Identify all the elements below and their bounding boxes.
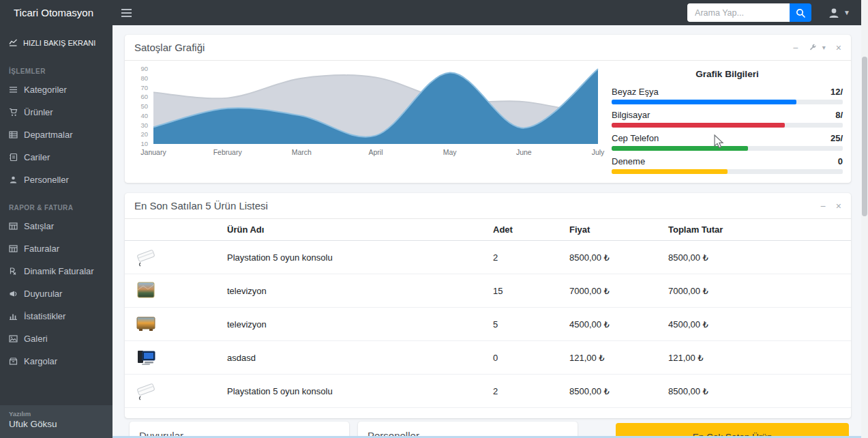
wrench-menu[interactable]: ▾ <box>809 44 826 52</box>
sidebar-item-departmalar[interactable]: Departmalar <box>0 123 113 146</box>
product-total: 8500,00 ₺ <box>663 241 851 274</box>
sales-chart-card: Satoşlar Grafiği − ▾ × 10203040506070809… <box>125 35 851 183</box>
graph-info-value: 12/ <box>830 87 843 97</box>
product-image-playstation-5 <box>135 246 157 268</box>
sidebar-item-quick-view[interactable]: HIZLI BAKIŞ EKRANI <box>0 31 113 55</box>
progress-track <box>612 123 843 128</box>
sidebar-item-kategoriler[interactable]: Kategoriler <box>0 78 113 101</box>
product-total: 7000,00 ₺ <box>663 274 851 308</box>
sidebar-item-satislar[interactable]: Satışlar <box>0 215 113 237</box>
sidebar-item-personeller[interactable]: Personeller <box>0 169 113 191</box>
sidebar-item-galeri[interactable]: Galeri <box>0 327 113 350</box>
svg-text:20: 20 <box>140 130 148 138</box>
image-icon <box>9 334 18 343</box>
col-image <box>125 219 222 241</box>
svg-text:40: 40 <box>140 112 148 119</box>
sidebar-item-label: Cariler <box>24 152 50 162</box>
sidebar-item-faturalar[interactable]: Faturalar <box>0 237 113 260</box>
graph-info-value: 0 <box>838 156 843 166</box>
chart-line-icon <box>9 38 18 47</box>
graph-info-item: Bilgisayar 8/ <box>612 110 843 128</box>
user-icon <box>828 7 840 19</box>
graph-info-value: 25/ <box>830 133 843 143</box>
sidebar-item-duyurular[interactable]: Duyurular <box>0 282 113 305</box>
search-icon <box>796 8 805 18</box>
sidebar-item-label: Kategoriler <box>24 85 67 95</box>
table-icon <box>9 222 18 231</box>
th-list-icon <box>9 130 18 139</box>
col-total: Toplam Tutar <box>663 219 851 241</box>
search-input[interactable] <box>687 3 790 22</box>
product-name: Playstation 5 oyun konsolu <box>222 241 488 274</box>
sidebar-item-label: Departmalar <box>24 130 73 140</box>
sidebar-item-label: İstatistikler <box>24 311 65 321</box>
product-price: 7000,00 ₺ <box>564 274 663 308</box>
close-icon[interactable]: × <box>836 43 841 53</box>
caret-down-icon: ▼ <box>843 9 850 16</box>
table-row: Playstation 5 oyun konsolu 2 8500,00 ₺ 8… <box>125 375 851 408</box>
sidebar-footer: Yazılım Ufuk Göksu <box>0 405 113 438</box>
graph-info-label: Cep Telefon <box>612 133 659 143</box>
graph-info-panel: Grafik Bilgileri Beyaz Eşya 12/ Bilgisay… <box>608 63 843 179</box>
search-button[interactable] <box>790 3 811 22</box>
caret-down-icon: ▾ <box>822 44 826 51</box>
product-qty: 5 <box>488 308 564 341</box>
sidebar-item-istatistikler[interactable]: İstatistikler <box>0 305 113 327</box>
sidebar-item-urunler[interactable]: Ürünler <box>0 101 113 123</box>
latest-products-card: En Son Satılan 5 Ürün Listesi − × Ürün A… <box>125 193 851 418</box>
graph-info-label: Deneme <box>612 156 645 166</box>
cart-icon <box>9 108 18 117</box>
wrench-icon <box>809 44 817 52</box>
graph-info-item: Cep Telefon 25/ <box>612 133 843 151</box>
sidebar-item-cariler[interactable]: Cariler <box>0 146 113 169</box>
progress-track <box>612 169 843 174</box>
col-name: Ürün Adı <box>222 219 488 241</box>
product-total: 8500,00 ₺ <box>663 375 851 408</box>
bullhorn-icon <box>9 289 18 298</box>
collapse-icon[interactable]: − <box>820 201 826 211</box>
user-menu[interactable]: ▼ <box>828 7 850 19</box>
progress-track <box>612 146 843 151</box>
svg-text:70: 70 <box>140 84 148 91</box>
table-icon <box>9 244 18 253</box>
graph-info-item: Beyaz Eşya 12/ <box>612 87 843 104</box>
table-row: asdasd 0 121,00 ₺ 121,00 ₺ <box>125 341 851 375</box>
footer-role: Yazılım <box>9 410 104 418</box>
svg-text:30: 30 <box>140 121 148 129</box>
product-qty: 0 <box>488 341 564 375</box>
close-icon[interactable]: × <box>836 201 841 211</box>
svg-text:May: May <box>443 148 458 156</box>
sidebar: HIZLI BAKIŞ EKRANI İŞLEMLER Kategoriler … <box>0 25 113 438</box>
svg-text:March: March <box>292 148 312 156</box>
progress-fill <box>612 123 785 128</box>
prescription-icon <box>9 267 18 276</box>
page-scrollbar[interactable] <box>861 0 868 438</box>
sidebar-item-label: Ürünler <box>24 107 53 117</box>
col-price: Fiyat <box>564 219 663 241</box>
bar-chart-icon <box>9 312 18 321</box>
col-qty: Adet <box>488 219 564 241</box>
svg-text:July: July <box>592 148 605 156</box>
product-price: 8500,00 ₺ <box>564 241 663 274</box>
collapse-icon[interactable]: − <box>793 43 798 53</box>
sales-chart-area: 102030405060708090JanuaryFebruaryMarchAp… <box>130 63 608 166</box>
product-image-tv-sunset <box>135 313 157 335</box>
sidebar-item-label: Dinamik Faturalar <box>24 266 94 276</box>
sidebar-item-dinamik-faturalar[interactable]: Dinamik Faturalar <box>0 260 113 282</box>
product-total: 4500,00 ₺ <box>663 308 851 341</box>
sidebar-item-kargolar[interactable]: Kargolar <box>0 350 113 373</box>
sidebar-item-label: Personeller <box>24 175 69 185</box>
sidebar-item-label: Duyurular <box>24 289 62 299</box>
app-brand[interactable]: Ticari Otomasyon <box>0 7 113 18</box>
svg-text:February: February <box>213 148 243 156</box>
scrollbar-thumb[interactable] <box>862 57 867 216</box>
hamburger-icon[interactable] <box>121 9 132 17</box>
svg-text:60: 60 <box>140 93 148 100</box>
graph-info-title: Grafik Bilgileri <box>612 69 843 79</box>
table-row: Playstation 5 oyun konsolu 2 8500,00 ₺ 8… <box>125 241 851 274</box>
svg-text:10: 10 <box>140 140 148 147</box>
product-image-playstation-5 <box>135 380 157 402</box>
panel-title: Satoşlar Grafiği <box>134 42 205 53</box>
product-name: asdasd <box>222 341 488 375</box>
table-row: televizyon 15 7000,00 ₺ 7000,00 ₺ <box>125 274 851 308</box>
